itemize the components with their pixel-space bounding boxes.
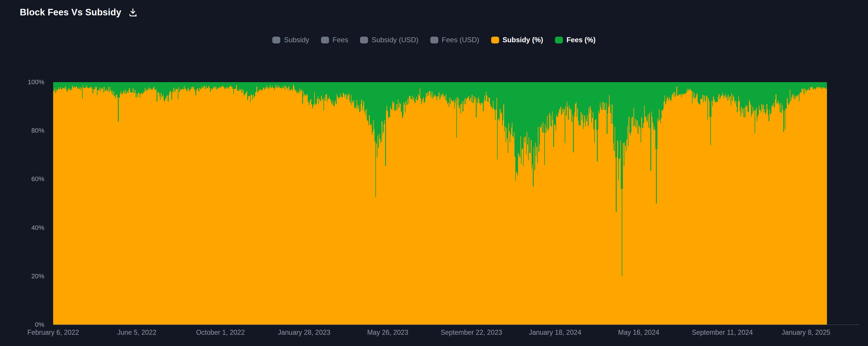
y-axis-label: 60% bbox=[0, 175, 44, 182]
x-axis-label: January 18, 2024 bbox=[514, 328, 596, 336]
y-axis-label: 80% bbox=[0, 127, 44, 134]
y-axis-label: 100% bbox=[0, 79, 44, 86]
x-axis-label: September 11, 2024 bbox=[681, 328, 764, 336]
zero-axis-line bbox=[53, 324, 859, 325]
x-axis-label: January 8, 2025 bbox=[765, 328, 847, 336]
y-axis-label: 40% bbox=[0, 224, 44, 231]
x-axis-label: January 28, 2023 bbox=[263, 328, 345, 336]
y-axis-label: 20% bbox=[0, 273, 44, 280]
x-axis-label: September 22, 2023 bbox=[430, 328, 513, 336]
x-axis-label: May 16, 2024 bbox=[597, 328, 680, 336]
x-axis-label: October 1, 2022 bbox=[179, 328, 262, 336]
chart-plot[interactable] bbox=[53, 82, 827, 325]
y-axis-label: 0% bbox=[0, 321, 44, 328]
x-axis-label: June 5, 2022 bbox=[95, 328, 178, 336]
x-axis-label: February 6, 2022 bbox=[12, 328, 94, 336]
x-axis-label: May 26, 2023 bbox=[346, 328, 429, 336]
chart-area: 0%20%40%60%80%100% February 6, 2022June … bbox=[0, 0, 868, 346]
